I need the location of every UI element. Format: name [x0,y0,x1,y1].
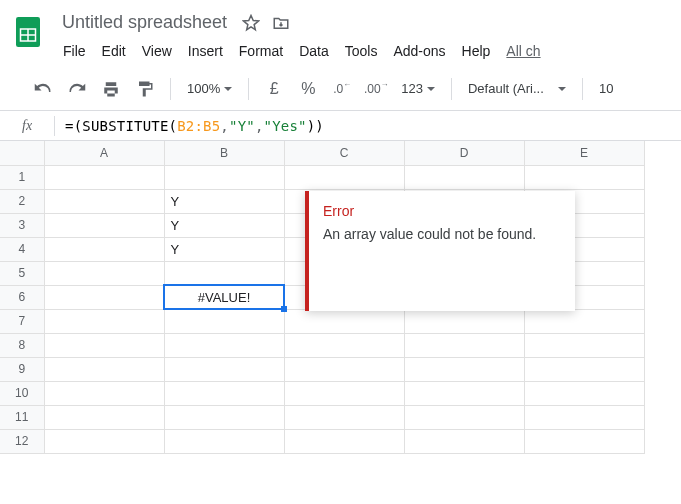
cell[interactable] [44,357,164,381]
cell[interactable] [164,261,284,285]
row-header[interactable]: 11 [0,405,44,429]
menu-edit[interactable]: Edit [95,39,133,63]
cell[interactable]: Y [164,237,284,261]
cell[interactable] [44,165,164,189]
cell[interactable] [284,429,404,453]
cell[interactable] [284,405,404,429]
cell[interactable] [284,333,404,357]
col-header-D[interactable]: D [404,141,524,165]
cell[interactable] [44,261,164,285]
cell[interactable] [44,405,164,429]
cell[interactable] [404,309,524,333]
increase-decimal-button[interactable]: .00→ [361,75,391,103]
cell[interactable] [524,381,644,405]
more-formats-dropdown[interactable]: 123 [395,75,441,103]
font-size-dropdown[interactable]: 10 [593,75,619,103]
cell[interactable]: Y [164,213,284,237]
cell[interactable] [524,429,644,453]
cell[interactable] [164,165,284,189]
row-header[interactable]: 2 [0,189,44,213]
cell[interactable] [404,381,524,405]
undo-button[interactable] [28,75,58,103]
cell[interactable] [44,189,164,213]
row-header[interactable]: 3 [0,213,44,237]
cell[interactable] [164,405,284,429]
select-all-corner[interactable] [0,141,44,165]
print-button[interactable] [96,75,126,103]
menubar: File Edit View Insert Format Data Tools … [56,35,681,67]
row-header[interactable]: 7 [0,309,44,333]
chevron-down-icon [224,87,232,91]
menu-insert[interactable]: Insert [181,39,230,63]
cell[interactable] [404,165,524,189]
fill-handle[interactable] [281,306,287,312]
cell[interactable] [164,333,284,357]
cell[interactable] [524,405,644,429]
row-header[interactable]: 8 [0,333,44,357]
zoom-dropdown[interactable]: 100% [181,75,238,103]
cell[interactable] [44,309,164,333]
font-dropdown[interactable]: Default (Ari... [462,75,572,103]
cell[interactable] [404,357,524,381]
cell[interactable] [44,237,164,261]
col-header-E[interactable]: E [524,141,644,165]
cell[interactable] [524,333,644,357]
row-header[interactable]: 10 [0,381,44,405]
cell[interactable] [284,357,404,381]
cell[interactable] [524,309,644,333]
cell[interactable] [284,381,404,405]
cell[interactable]: Y [164,189,284,213]
redo-button[interactable] [62,75,92,103]
cell[interactable] [164,381,284,405]
row-header[interactable]: 12 [0,429,44,453]
error-message: An array value could not be found. [323,225,561,299]
cell-selected[interactable]: #VALUE! [164,285,284,309]
col-header-C[interactable]: C [284,141,404,165]
cell[interactable] [524,357,644,381]
percent-button[interactable]: % [293,75,323,103]
error-tooltip: Error An array value could not be found. [305,191,575,311]
cell[interactable] [44,213,164,237]
menu-truncated[interactable]: All ch [499,39,547,63]
cell[interactable] [44,381,164,405]
decrease-decimal-button[interactable]: .0← [327,75,357,103]
menu-data[interactable]: Data [292,39,336,63]
move-icon[interactable] [269,11,293,35]
cell[interactable] [284,309,404,333]
menu-file[interactable]: File [56,39,93,63]
menu-addons[interactable]: Add-ons [386,39,452,63]
paint-format-button[interactable] [130,75,160,103]
cell[interactable] [44,333,164,357]
formula-input[interactable]: =(SUBSTITUTE(B2:B5,"Y","Yes")) [65,118,324,134]
cell[interactable] [524,165,644,189]
star-icon[interactable] [239,11,263,35]
doc-title[interactable]: Untitled spreadsheet [56,10,233,35]
menu-format[interactable]: Format [232,39,290,63]
cell[interactable] [164,429,284,453]
menu-help[interactable]: Help [455,39,498,63]
chevron-down-icon [427,87,435,91]
toolbar: 100% £ % .0← .00→ 123 Default (Ari... 10 [0,67,681,111]
cell[interactable] [404,405,524,429]
row-header[interactable]: 6 [0,285,44,309]
col-header-B[interactable]: B [164,141,284,165]
cell[interactable] [284,165,404,189]
cell[interactable] [44,285,164,309]
row-header[interactable]: 4 [0,237,44,261]
cell[interactable] [164,357,284,381]
cell[interactable] [404,429,524,453]
row-header[interactable]: 5 [0,261,44,285]
row-header[interactable]: 9 [0,357,44,381]
formula-bar: fx =(SUBSTITUTE(B2:B5,"Y","Yes")) [0,111,681,141]
menu-view[interactable]: View [135,39,179,63]
sheets-logo[interactable] [8,8,48,56]
cell[interactable] [44,429,164,453]
col-header-A[interactable]: A [44,141,164,165]
currency-button[interactable]: £ [259,75,289,103]
fx-label: fx [20,118,44,134]
cell[interactable] [404,333,524,357]
menu-tools[interactable]: Tools [338,39,385,63]
row-header[interactable]: 1 [0,165,44,189]
chevron-down-icon [558,87,566,91]
cell[interactable] [164,309,284,333]
